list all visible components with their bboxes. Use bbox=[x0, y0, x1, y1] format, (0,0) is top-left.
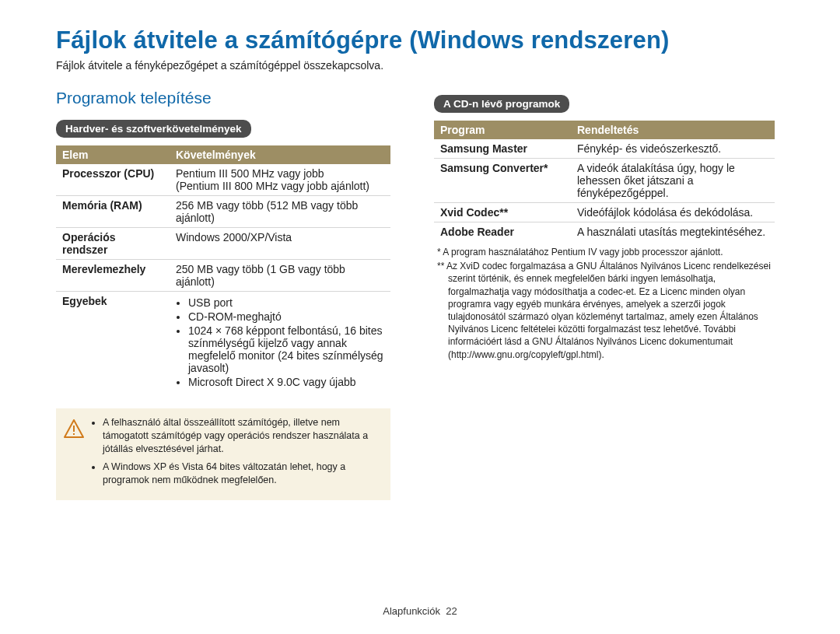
footnotes: * A program használatához Pentium IV vag… bbox=[434, 246, 775, 361]
req-cpu-label: Processzor (CPU) bbox=[56, 164, 170, 196]
prog-samsung-converter-value: A videók átalakítása úgy, hogy le lehess… bbox=[571, 159, 775, 203]
prog-adobe-reader-label: Adobe Reader bbox=[434, 222, 571, 242]
req-os-label: Operációs rendszer bbox=[56, 228, 170, 260]
svg-rect-1 bbox=[73, 433, 75, 435]
footnote-2: ** Az XviD codec forgalmazása a GNU Álta… bbox=[448, 260, 775, 361]
warning-callout: A felhasználó által összeállított számít… bbox=[56, 408, 390, 500]
req-header-requirements: Követelmények bbox=[170, 145, 390, 164]
table-row: Operációs rendszer Windows 2000/XP/Vista bbox=[56, 228, 390, 260]
req-other-value: USB port CD-ROM-meghajtó 1024 × 768 képp… bbox=[170, 292, 390, 394]
req-ram-value: 256 MB vagy több (512 MB vagy több ajánl… bbox=[170, 196, 390, 228]
programs-heading: A CD-n lévő programok bbox=[434, 95, 569, 113]
req-other-label: Egyebek bbox=[56, 292, 170, 394]
prog-header-purpose: Rendeltetés bbox=[571, 121, 775, 139]
footnote-1: * A program használatához Pentium IV vag… bbox=[448, 246, 775, 258]
req-os-value: Windows 2000/XP/Vista bbox=[170, 228, 390, 260]
req-hdd-label: Merevlemezhely bbox=[56, 260, 170, 292]
prog-samsung-master-label: Samsung Master bbox=[434, 139, 571, 159]
svg-rect-0 bbox=[73, 426, 75, 432]
req-hdd-value: 250 MB vagy több (1 GB vagy több ajánlot… bbox=[170, 260, 390, 292]
table-row: Samsung Converter* A videók átalakítása … bbox=[434, 159, 775, 203]
two-column-layout: Programok telepítése Hardver- és szoftve… bbox=[56, 89, 784, 500]
footer-section: Alapfunkciók bbox=[383, 605, 440, 617]
req-cpu-line1: Pentium III 500 MHz vagy jobb bbox=[176, 167, 324, 180]
page-intro: Fájlok átvitele a fényképezőgépet a szám… bbox=[56, 59, 784, 72]
prog-xvid-codec-value: Videófájlok kódolása és dekódolása. bbox=[571, 203, 775, 222]
prog-samsung-master-value: Fénykép- és videószerkesztő. bbox=[571, 139, 775, 159]
prog-samsung-converter-label: Samsung Converter* bbox=[434, 159, 571, 203]
req-cpu-value: Pentium III 500 MHz vagy jobb (Pentium I… bbox=[170, 164, 390, 196]
footer-page-number: 22 bbox=[446, 605, 457, 617]
table-row: Egyebek USB port CD-ROM-meghajtó 1024 × … bbox=[56, 292, 390, 394]
table-row: Adobe Reader A használati utasítás megte… bbox=[434, 222, 775, 242]
requirements-table: Elem Követelmények Processzor (CPU) Pent… bbox=[56, 145, 390, 393]
prog-adobe-reader-value: A használati utasítás megtekintéséhez. bbox=[571, 222, 775, 242]
prog-xvid-codec-label: Xvid Codec** bbox=[434, 203, 571, 222]
page-title: Fájlok átvitele a számítógépre (Windows … bbox=[56, 26, 784, 54]
list-item: 1024 × 768 képpont felbontású, 16 bites … bbox=[188, 324, 384, 374]
table-row: Processzor (CPU) Pentium III 500 MHz vag… bbox=[56, 164, 390, 196]
warning-item: A felhasználó által összeállított számít… bbox=[103, 416, 380, 456]
section-title: Programok telepítése bbox=[56, 89, 390, 107]
left-column: Programok telepítése Hardver- és szoftve… bbox=[56, 89, 390, 500]
table-row: Memória (RAM) 256 MB vagy több (512 MB v… bbox=[56, 196, 390, 228]
list-item: CD-ROM-meghajtó bbox=[188, 310, 384, 323]
page-footer: Alapfunkciók 22 bbox=[0, 605, 840, 617]
programs-table: Program Rendeltetés Samsung Master Fényk… bbox=[434, 121, 775, 241]
document-page: Fájlok átvitele a számítógépre (Windows … bbox=[0, 0, 840, 634]
warning-item: A Windows XP és Vista 64 bites változatá… bbox=[103, 461, 380, 487]
list-item: Microsoft Direct X 9.0C vagy újabb bbox=[188, 376, 384, 388]
requirements-heading: Hardver- és szoftverkövetelmények bbox=[56, 120, 251, 138]
table-row: Merevlemezhely 250 MB vagy több (1 GB va… bbox=[56, 260, 390, 292]
req-header-item: Elem bbox=[56, 145, 170, 164]
prog-header-program: Program bbox=[434, 121, 571, 139]
list-item: USB port bbox=[188, 296, 384, 309]
warning-icon bbox=[64, 419, 84, 442]
table-row: Samsung Master Fénykép- és videószerkesz… bbox=[434, 139, 775, 159]
right-column: A CD-n lévő programok Program Rendelteté… bbox=[434, 89, 775, 500]
req-ram-label: Memória (RAM) bbox=[56, 196, 170, 228]
req-cpu-line2: (Pentium III 800 MHz vagy jobb ajánlott) bbox=[176, 180, 369, 192]
table-row: Xvid Codec** Videófájlok kódolása és dek… bbox=[434, 203, 775, 222]
